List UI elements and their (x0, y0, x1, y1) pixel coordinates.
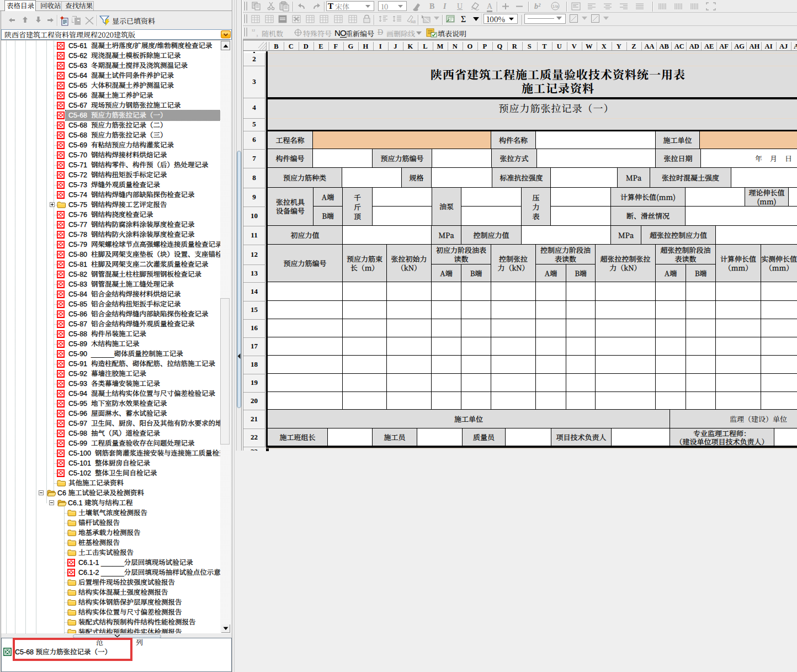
svg-text:1/a: 1/a (552, 4, 559, 9)
svg-text:ABC: ABC (411, 20, 416, 24)
